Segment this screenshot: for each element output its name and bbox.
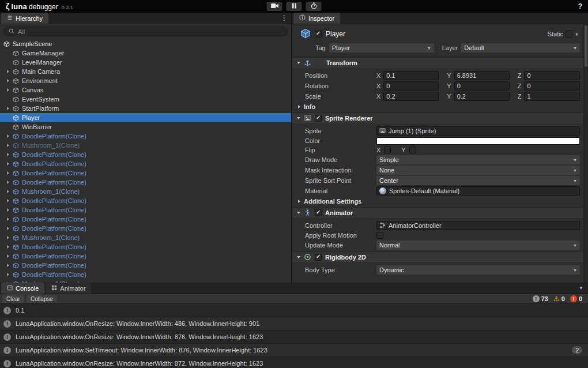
hierarchy-item[interactable]: DoodlePlatform(Clone) (0, 261, 291, 270)
hierarchy-item[interactable]: StartPlatform (0, 104, 291, 113)
tag-dropdown[interactable]: Player ▼ (329, 43, 434, 52)
flip-y-checkbox[interactable] (409, 147, 416, 153)
foldout-open-icon[interactable] (297, 117, 300, 119)
hierarchy-item[interactable]: GameManager (0, 48, 291, 58)
animator-header[interactable]: Animator (292, 207, 583, 219)
warning-count-group[interactable]: ⚠ 0 (553, 295, 565, 302)
scale-y-input[interactable]: 0.2 (454, 92, 510, 101)
log-entry[interactable]: !0.1 (0, 304, 588, 317)
expand-arrow-icon[interactable] (5, 144, 12, 147)
foldout-open-icon[interactable] (297, 256, 300, 258)
body-type-dropdown[interactable]: Dynamic ▼ (376, 265, 580, 275)
expand-arrow-icon[interactable] (5, 217, 12, 221)
static-caret-icon[interactable]: ▼ (575, 32, 579, 36)
position-y-input[interactable]: 6.8931 (454, 71, 510, 80)
hierarchy-item[interactable]: DoodlePlatform(Clone) (0, 168, 291, 178)
timer-button[interactable] (306, 2, 322, 11)
info-foldout[interactable]: Info (292, 102, 583, 111)
scale-x-input[interactable]: 0.2 (383, 92, 439, 101)
hierarchy-item[interactable]: DoodlePlatform(Clone) (0, 132, 291, 141)
color-swatch[interactable] (376, 137, 580, 145)
controller-object-field[interactable]: AnimatorController (376, 221, 580, 230)
tab-hierarchy[interactable]: Hierarchy (1, 13, 48, 24)
material-object-field[interactable]: Sprites-Default (Material) (376, 186, 580, 196)
rigidbody-header[interactable]: Rigidbody 2D (292, 251, 583, 263)
tab-inspector[interactable]: Inspector (293, 13, 340, 24)
expand-arrow-icon[interactable] (5, 199, 12, 202)
sprite-renderer-header[interactable]: Sprite Renderer (292, 112, 583, 124)
search-input[interactable]: All (3, 27, 288, 36)
tab-console[interactable]: Console (1, 283, 44, 294)
expand-arrow-icon[interactable] (5, 107, 12, 110)
expand-arrow-icon[interactable] (5, 245, 12, 249)
animator-enabled-checkbox[interactable] (315, 209, 322, 216)
hierarchy-item[interactable]: DoodlePlatform(Clone) (0, 159, 291, 168)
expand-arrow-icon[interactable] (5, 208, 12, 212)
scale-z-input[interactable]: 1 (524, 92, 580, 101)
sprite-renderer-enabled-checkbox[interactable] (315, 115, 322, 122)
expand-arrow-icon[interactable] (5, 190, 12, 193)
additional-settings-foldout[interactable]: Additional Settings (292, 196, 583, 206)
pause-button[interactable] (287, 2, 302, 11)
help-icon[interactable]: ? (578, 2, 582, 10)
expand-arrow-icon[interactable] (5, 162, 12, 166)
rotation-y-input[interactable]: 0 (454, 81, 510, 91)
foldout-open-icon[interactable] (297, 62, 300, 64)
rigidbody-enabled-checkbox[interactable] (315, 254, 322, 261)
hierarchy-item[interactable]: Environment (0, 76, 291, 85)
position-z-input[interactable]: 0 (524, 71, 580, 80)
log-entry[interactable]: !LunaApplication.window.OnResize: Window… (0, 317, 588, 331)
apply-root-motion-checkbox[interactable] (376, 232, 383, 239)
tab-animator[interactable]: Animator (46, 283, 91, 294)
position-x-input[interactable]: 0.1 (383, 71, 439, 80)
info-count-group[interactable]: ! 73 (533, 295, 548, 302)
hierarchy-item[interactable]: DoodlePlatform(Clone) (0, 270, 291, 279)
expand-arrow-icon[interactable] (5, 254, 12, 258)
expand-arrow-icon[interactable] (5, 236, 12, 239)
log-entry[interactable]: !LunaApplication.window.OnResize: Window… (0, 331, 588, 344)
mask-interaction-dropdown[interactable]: None ▼ (376, 166, 580, 175)
update-mode-dropdown[interactable]: Normal ▼ (376, 241, 580, 250)
expand-arrow-icon[interactable] (5, 273, 12, 276)
hierarchy-item[interactable]: Mushroom_1(Clone) (0, 187, 291, 196)
hierarchy-item[interactable]: Mushroom_1(Clone) (0, 233, 291, 242)
hierarchy-item[interactable]: EventSystem (0, 95, 291, 104)
rotation-x-input[interactable]: 0 (383, 81, 439, 91)
hierarchy-item[interactable]: DoodlePlatform(Clone) (0, 196, 291, 205)
hierarchy-item[interactable]: DoodlePlatform(Clone) (0, 178, 291, 187)
sprite-sort-point-dropdown[interactable]: Center ▼ (376, 176, 580, 185)
expand-arrow-icon[interactable] (5, 134, 12, 138)
expand-arrow-icon[interactable] (5, 227, 12, 230)
capture-button[interactable] (267, 2, 282, 11)
hierarchy-item[interactable]: DoodlePlatform(Clone) (0, 215, 291, 224)
hierarchy-item[interactable]: Main Camera (0, 67, 291, 76)
hierarchy-item[interactable]: DoodlePlatform(Clone) (0, 242, 291, 251)
draw-mode-dropdown[interactable]: Simple ▼ (376, 155, 580, 164)
hierarchy-item[interactable]: WinBarrier (0, 122, 291, 132)
log-entry[interactable]: !LunaApplication.window.OnResize: Window… (0, 357, 588, 368)
hierarchy-item[interactable]: Player (0, 113, 291, 122)
scrollbar-thumb[interactable] (585, 25, 587, 67)
active-checkbox[interactable] (315, 31, 322, 37)
expand-arrow-icon[interactable] (5, 70, 12, 73)
static-checkbox[interactable] (566, 31, 572, 37)
hierarchy-item[interactable]: DoodlePlatform(Clone) (0, 150, 291, 159)
hierarchy-item[interactable]: LevelManager (0, 58, 291, 67)
hierarchy-item[interactable]: DoodlePlatform(Clone) (0, 224, 291, 233)
expand-arrow-icon[interactable] (5, 79, 12, 82)
flip-x-checkbox[interactable] (384, 147, 391, 153)
expand-arrow-icon[interactable] (5, 264, 12, 267)
console-menu-caret-icon[interactable]: ▼ (579, 286, 583, 291)
rotation-z-input[interactable]: 0 (524, 81, 580, 91)
expand-arrow-icon[interactable] (5, 181, 12, 184)
hierarchy-item[interactable]: Canvas (0, 85, 291, 95)
hierarchy-item[interactable]: DoodlePlatform(Clone) (0, 205, 291, 215)
clear-button[interactable]: Clear (2, 295, 24, 303)
foldout-open-icon[interactable] (297, 212, 300, 214)
more-options-icon[interactable]: ⋮ (281, 14, 288, 21)
inspector-scrollbar[interactable] (583, 24, 588, 283)
sprite-object-field[interactable]: Jump (1) (Sprite) (376, 126, 580, 136)
layer-dropdown[interactable]: Default ▼ (461, 43, 580, 52)
log-entry[interactable]: !LunaApplication.window.SetTimeout: Wind… (0, 344, 588, 357)
hierarchy-item[interactable]: Mushroom_1(Clone) (0, 141, 291, 150)
